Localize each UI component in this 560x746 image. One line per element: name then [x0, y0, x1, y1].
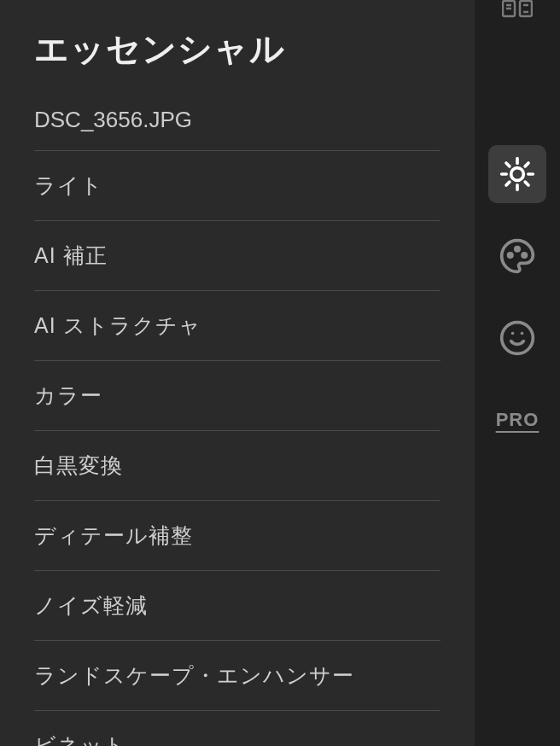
- svg-line-12: [525, 182, 528, 185]
- tool-list: ライト AI 補正 AI ストラクチャ カラー 白黒変換 ディテール補整 ノイズ…: [34, 151, 440, 746]
- creative-tab-icon[interactable]: [488, 227, 546, 285]
- tool-item-bw-convert[interactable]: 白黒変換: [34, 431, 440, 501]
- essentials-panel: エッセンシャル DSC_3656.JPG ライト AI 補正 AI ストラクチャ…: [0, 0, 475, 746]
- pro-tab-icon[interactable]: PRO: [488, 391, 546, 449]
- svg-rect-3: [520, 1, 532, 16]
- right-sidebar: PRO: [475, 0, 560, 746]
- sidebar-icon-group: PRO: [488, 128, 546, 449]
- tool-item-detail-adjust[interactable]: ディテール補整: [34, 501, 440, 571]
- tool-item-noise-reduction[interactable]: ノイズ軽減: [34, 571, 440, 641]
- essentials-tab-icon[interactable]: [488, 145, 546, 203]
- panel-title: エッセンシャル: [34, 26, 475, 73]
- sidebar-top-section: [475, 0, 560, 128]
- svg-line-11: [506, 163, 510, 166]
- svg-line-14: [525, 163, 528, 166]
- crop-compare-icon[interactable]: [502, 0, 533, 24]
- svg-point-18: [502, 323, 534, 354]
- filename-label: DSC_3656.JPG: [34, 107, 440, 151]
- portrait-tab-icon[interactable]: [488, 309, 546, 367]
- tool-item-landscape-enhancer[interactable]: ランドスケープ・エンハンサー: [34, 641, 440, 711]
- tool-item-light[interactable]: ライト: [34, 151, 440, 221]
- svg-point-15: [509, 254, 512, 257]
- svg-line-13: [506, 182, 510, 185]
- tool-item-ai-correction[interactable]: AI 補正: [34, 221, 440, 291]
- tool-item-ai-structure[interactable]: AI ストラクチャ: [34, 291, 440, 361]
- tool-item-color[interactable]: カラー: [34, 361, 440, 431]
- svg-point-16: [516, 248, 519, 251]
- tool-item-vignette[interactable]: ビネット: [34, 711, 440, 746]
- svg-point-17: [522, 254, 526, 257]
- pro-label: PRO: [496, 409, 540, 431]
- svg-point-6: [511, 168, 524, 181]
